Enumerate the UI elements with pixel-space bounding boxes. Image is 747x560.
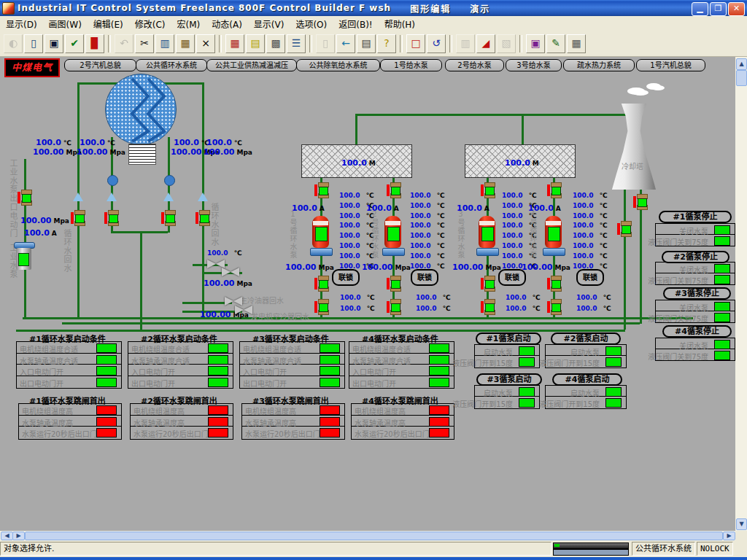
toolbar-separator — [309, 35, 312, 52]
valve-icon[interactable] — [314, 299, 329, 315]
rotate-icon[interactable]: ↺ — [427, 34, 446, 53]
interlock-button[interactable]: 联锁 — [411, 269, 438, 286]
circ-pump-icon[interactable] — [479, 216, 495, 248]
pump-lower-temp-gauge: 100.0℃ — [416, 300, 450, 314]
generator-icon[interactable] — [105, 74, 177, 145]
select-region-icon[interactable]: □ — [406, 34, 425, 53]
menu-item-8[interactable]: 选项(O) — [290, 16, 333, 31]
minimize-button[interactable]: ▁ — [692, 2, 708, 16]
circ-pump-icon[interactable] — [384, 216, 401, 248]
valve-icon[interactable] — [481, 276, 495, 292]
stop-edit-icon[interactable]: ▉ — [85, 34, 104, 53]
print-icon[interactable]: ▤ — [357, 34, 376, 53]
menu-item-1[interactable]: 显示(D) — [0, 16, 43, 31]
tab-screen-1[interactable]: 2号汽机总貌 — [64, 59, 136, 71]
library-icon[interactable]: ▣ — [526, 34, 545, 53]
scroll-right-end-icon[interactable]: ▶ — [723, 532, 735, 540]
dynamic-edit-icon[interactable]: ◢ — [476, 34, 495, 53]
circ-pump-icon[interactable] — [312, 216, 329, 248]
valve-icon[interactable] — [633, 194, 648, 210]
page-icon[interactable]: ▯ — [316, 34, 335, 53]
stop-pump-button[interactable]: #3循泵停止 — [663, 287, 731, 300]
menu-item-4[interactable]: 修改(C) — [129, 16, 171, 31]
paste-icon[interactable]: ▦ — [176, 34, 195, 53]
scroll-up-icon[interactable]: ▲ — [736, 58, 747, 70]
gauge-value: 100.0 — [24, 228, 50, 238]
delete-icon[interactable]: × — [196, 34, 215, 53]
vscroll-thumb[interactable] — [736, 70, 747, 86]
valve-icon[interactable] — [387, 299, 401, 315]
vertical-scrollbar[interactable]: ▲ ▼ — [735, 57, 747, 531]
menu-item-10[interactable]: 帮助(H) — [379, 16, 421, 31]
demo-icon[interactable]: ◐ — [4, 34, 23, 53]
circ-pump-icon[interactable] — [545, 216, 562, 248]
copy-icon[interactable]: ▥ — [155, 34, 174, 53]
menu-item-5[interactable]: 宏(M) — [171, 16, 206, 31]
valve-icon[interactable] — [547, 276, 562, 292]
verify-icon[interactable]: ✔ — [65, 34, 84, 53]
menu-item-7[interactable]: 显示(V) — [248, 16, 290, 31]
butterfly-valve-icon[interactable] — [225, 297, 242, 306]
grid-icon[interactable]: ▦ — [567, 34, 586, 53]
no-edit-icon[interactable]: ▧ — [497, 34, 516, 53]
draw-dynamic-icon[interactable]: ✎ — [546, 34, 565, 53]
valve-icon[interactable] — [18, 190, 32, 206]
new-page-icon[interactable]: ▯ — [24, 34, 43, 53]
valve-icon[interactable] — [481, 299, 495, 315]
restore-button[interactable]: ❐ — [710, 2, 727, 16]
butterfly-valve-icon[interactable] — [222, 268, 239, 276]
valve-icon[interactable] — [547, 182, 562, 198]
gauge-unit: Mpa — [318, 264, 333, 271]
tab-screen-9[interactable]: 1号汽机总貌 — [636, 59, 705, 71]
valve-icon[interactable] — [481, 182, 495, 198]
scroll-right-icon[interactable]: ▶ — [12, 532, 25, 540]
hscroll-thumb[interactable] — [25, 532, 723, 540]
start-pump-button[interactable]: #4循泵启动 — [552, 373, 622, 386]
tab-screen-4[interactable]: 公共除氧给水系统 — [296, 59, 380, 71]
tab-screen-8[interactable]: 疏水热力系统 — [563, 59, 635, 71]
cut-icon[interactable]: ✂ — [135, 34, 154, 53]
valve-icon[interactable] — [314, 276, 329, 292]
menu-item-9[interactable]: 返回(B)! — [333, 16, 378, 31]
list-icon[interactable]: ☰ — [287, 34, 306, 53]
menu-item-3[interactable]: 编辑(E) — [88, 16, 129, 31]
valve-icon[interactable] — [314, 182, 329, 198]
start-pump-button[interactable]: #3循泵启动 — [476, 373, 542, 386]
valve-icon[interactable] — [387, 182, 401, 198]
interlock-button[interactable]: 联锁 — [576, 269, 604, 286]
valve-icon[interactable] — [617, 221, 632, 237]
close-button[interactable]: ✕ — [728, 2, 745, 16]
save-icon[interactable]: ▣ — [44, 34, 63, 53]
junction-dot — [107, 175, 118, 186]
undo-icon[interactable]: ↶ — [115, 34, 133, 53]
interlock-button[interactable]: 联锁 — [332, 269, 360, 286]
scroll-left-icon[interactable]: ◀ — [1, 532, 13, 540]
valve-icon[interactable] — [547, 299, 562, 315]
help-icon[interactable]: ? — [377, 34, 396, 53]
industry-pump-icon[interactable] — [16, 248, 31, 270]
back-arrow-icon[interactable]: ← — [336, 34, 355, 53]
table-find-icon[interactable]: ▤ — [246, 34, 265, 53]
color-grid-icon[interactable]: ▩ — [266, 34, 285, 53]
butterfly-valve-icon[interactable] — [235, 306, 252, 314]
valve-icon[interactable] — [104, 210, 119, 226]
valve-icon[interactable] — [71, 210, 85, 226]
horizontal-scrollbar[interactable]: ◀ ▶ ▶ — [0, 531, 735, 540]
valve-icon[interactable] — [161, 210, 176, 226]
tab-screen-5[interactable]: 1号给水泵 — [380, 59, 442, 71]
stop-pump-button[interactable]: #1循泵停止 — [659, 211, 732, 223]
menu-item-2[interactable]: 画图(W) — [43, 16, 88, 31]
stop-pump-button[interactable]: #4循泵停止 — [662, 325, 732, 338]
tab-screen-6[interactable]: 2号给水泵 — [445, 59, 504, 71]
start-pump-button[interactable]: #1循泵启动 — [476, 332, 541, 345]
insert-object-icon[interactable]: ▥ — [456, 34, 475, 53]
scroll-down-icon[interactable]: ▼ — [736, 518, 747, 530]
tab-screen-3[interactable]: 公共工业供热减温减压 — [206, 59, 297, 71]
menu-item-6[interactable]: 动态(A) — [206, 16, 248, 31]
tab-screen-2[interactable]: 公共循环水系统 — [136, 59, 207, 71]
valve-icon[interactable] — [387, 276, 401, 292]
table-edit-icon[interactable]: ▦ — [225, 34, 244, 53]
valve-icon[interactable] — [196, 210, 210, 226]
tab-screen-7[interactable]: 3号给水泵 — [506, 59, 562, 71]
start-pump-button[interactable]: #2循泵启动 — [551, 332, 621, 345]
